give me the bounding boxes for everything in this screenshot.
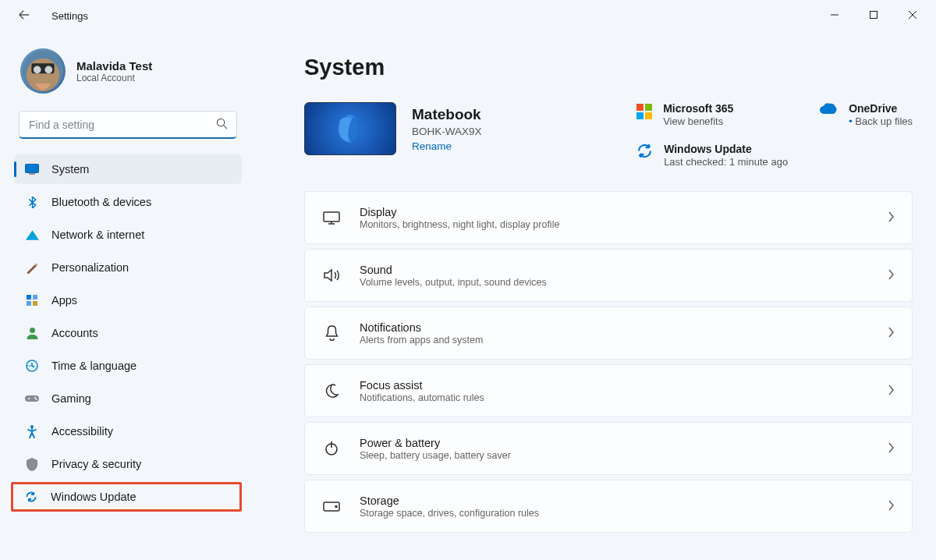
- sidebar-item-label: Time & language: [51, 360, 136, 372]
- sidebar-item-bluetooth[interactable]: Bluetooth & devices: [14, 187, 242, 217]
- sidebar: Malavida Test Local Account System Bluet…: [0, 31, 250, 560]
- setting-card-display[interactable]: Display Monitors, brightness, night ligh…: [304, 191, 913, 244]
- sidebar-item-label: Gaming: [51, 392, 91, 405]
- svg-point-20: [28, 398, 30, 399]
- network-icon: [25, 228, 39, 242]
- svg-point-8: [44, 66, 52, 74]
- microsoft-logo-icon: [636, 104, 652, 119]
- sidebar-item-apps[interactable]: Apps: [14, 285, 242, 315]
- chevron-right-icon: [888, 327, 895, 340]
- back-button[interactable]: [19, 9, 34, 23]
- svg-point-30: [335, 505, 337, 507]
- device-thumbnail: [304, 102, 396, 155]
- minimize-button[interactable]: [827, 9, 842, 22]
- promo-windows-update[interactable]: Windows Update Last checked: 1 minute ag…: [636, 143, 788, 168]
- sound-icon: [322, 268, 341, 282]
- chevron-right-icon: [888, 385, 895, 398]
- promo-m365-title: Microsoft 365: [663, 102, 733, 115]
- device-info-row: Matebook BOHK-WAX9X Rename Microsoft 365…: [304, 102, 913, 168]
- setting-card-notif[interactable]: Notifications Alerts from apps and syste…: [304, 307, 913, 360]
- svg-rect-13: [27, 295, 31, 299]
- notif-icon: [322, 325, 341, 342]
- search-wrap: [19, 111, 237, 139]
- promo-m365[interactable]: Microsoft 365 View benefits: [636, 102, 788, 127]
- promo-update-sub: Last checked: 1 minute ago: [664, 156, 788, 168]
- maximize-button[interactable]: [866, 9, 881, 22]
- device-name: Matebook: [412, 106, 482, 123]
- promo-onedrive[interactable]: OneDrive Back up files: [819, 102, 913, 127]
- close-button[interactable]: [905, 9, 920, 22]
- user-name: Malavida Test: [76, 59, 152, 73]
- sidebar-item-label: Windows Update: [51, 491, 136, 503]
- chevron-right-icon: [888, 269, 895, 282]
- apps-icon: [25, 293, 39, 307]
- main-content: System Matebook BOHK-WAX9X Rename Micros…: [250, 31, 936, 560]
- setting-subtitle: Monitors, brightness, night light, displ…: [360, 219, 559, 230]
- user-profile[interactable]: Malavida Test Local Account: [14, 37, 242, 111]
- sidebar-item-privacy[interactable]: Privacy & security: [14, 449, 242, 479]
- svg-point-17: [30, 328, 35, 333]
- setting-title: Storage: [360, 494, 539, 507]
- access-icon: [25, 424, 39, 438]
- sidebar-item-label: Accessibility: [51, 425, 113, 438]
- time-icon: [25, 359, 39, 373]
- device-model: BOHK-WAX9X: [412, 126, 482, 137]
- sidebar-item-gaming[interactable]: Gaming: [14, 384, 242, 413]
- settings-cards: Display Monitors, brightness, night ligh…: [304, 191, 913, 533]
- window-title: Settings: [51, 10, 88, 22]
- rename-link[interactable]: Rename: [412, 140, 482, 152]
- chevron-right-icon: [888, 211, 895, 225]
- power-icon: [322, 441, 341, 456]
- search-icon: [216, 118, 228, 132]
- privacy-icon: [25, 457, 39, 471]
- search-input[interactable]: [19, 111, 237, 139]
- focus-icon: [322, 384, 341, 399]
- setting-subtitle: Storage space, drives, configuration rul…: [360, 508, 539, 519]
- svg-rect-24: [324, 212, 339, 222]
- svg-rect-16: [33, 301, 37, 306]
- setting-title: Display: [360, 206, 559, 218]
- svg-rect-12: [29, 174, 35, 175]
- onedrive-icon: [819, 102, 838, 117]
- svg-point-22: [36, 399, 37, 400]
- sidebar-item-label: Accounts: [51, 327, 98, 339]
- setting-card-focus[interactable]: Focus assist Notifications, automatic ru…: [304, 364, 913, 417]
- svg-line-10: [224, 126, 227, 129]
- chevron-right-icon: [888, 442, 895, 455]
- device-block[interactable]: Matebook BOHK-WAX9X Rename: [304, 102, 482, 155]
- svg-rect-14: [33, 295, 37, 299]
- sidebar-item-system[interactable]: System: [14, 154, 242, 184]
- sidebar-item-network[interactable]: Network & internet: [14, 220, 242, 250]
- sidebar-item-update[interactable]: Windows Update: [11, 482, 242, 512]
- svg-rect-19: [25, 395, 39, 402]
- setting-card-sound[interactable]: Sound Volume levels, output, input, soun…: [304, 249, 913, 302]
- setting-title: Sound: [360, 264, 547, 276]
- page-title: System: [304, 55, 913, 80]
- chevron-right-icon: [888, 500, 895, 513]
- setting-title: Focus assist: [360, 379, 484, 392]
- promo-update-title: Windows Update: [664, 143, 788, 155]
- sidebar-item-time[interactable]: Time & language: [14, 351, 242, 381]
- user-avatar: [20, 48, 66, 94]
- accounts-icon: [25, 326, 39, 340]
- sidebar-item-access[interactable]: Accessibility: [14, 416, 242, 446]
- system-icon: [25, 162, 39, 176]
- setting-subtitle: Notifications, automatic rules: [360, 392, 484, 403]
- svg-rect-15: [27, 301, 31, 306]
- sidebar-item-label: Personalization: [51, 261, 129, 274]
- sidebar-item-personal[interactable]: Personalization: [14, 253, 242, 282]
- storage-icon: [322, 502, 341, 512]
- setting-subtitle: Volume levels, output, input, sound devi…: [360, 277, 547, 288]
- svg-rect-1: [870, 12, 878, 19]
- setting-card-power[interactable]: Power & battery Sleep, battery usage, ba…: [304, 422, 913, 475]
- gaming-icon: [25, 392, 39, 406]
- promo-onedrive-sub: Back up files: [849, 115, 913, 127]
- sidebar-item-label: Bluetooth & devices: [51, 196, 151, 208]
- sidebar-item-label: Network & internet: [51, 229, 144, 241]
- setting-subtitle: Alerts from apps and system: [360, 335, 483, 346]
- setting-card-storage[interactable]: Storage Storage space, drives, configura…: [304, 480, 913, 533]
- account-type: Local Account: [76, 73, 152, 83]
- sidebar-item-accounts[interactable]: Accounts: [14, 318, 242, 348]
- setting-subtitle: Sleep, battery usage, battery saver: [360, 450, 511, 461]
- display-icon: [322, 211, 341, 225]
